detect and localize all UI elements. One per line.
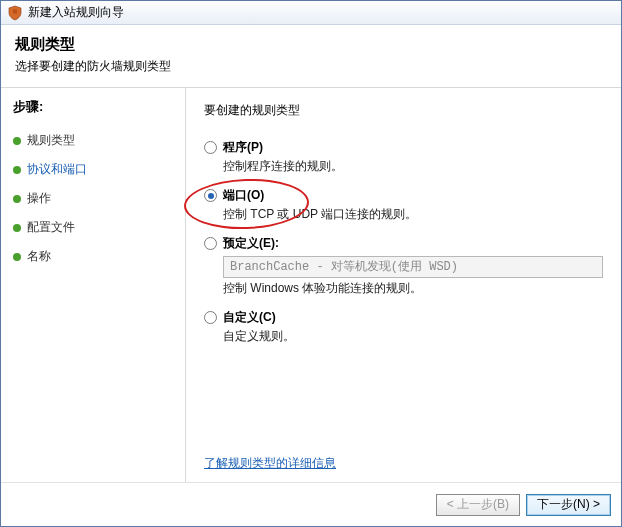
step-label: 名称 (27, 248, 51, 265)
learn-more-link[interactable]: 了解规则类型的详细信息 (204, 456, 336, 470)
option-predefined[interactable]: 预定义(E): BranchCache - 对等机发现(使用 WSD) 控制 W… (204, 235, 621, 297)
content-question: 要创建的规则类型 (204, 102, 621, 119)
bullet-icon (13, 224, 21, 232)
page-subtitle: 选择要创建的防火墙规则类型 (15, 58, 607, 75)
steps-sidebar: 步骤: 规则类型 协议和端口 操作 配置文件 名称 (1, 88, 186, 482)
next-button[interactable]: 下一步(N) > (526, 494, 611, 516)
bullet-icon (13, 166, 21, 174)
radio-icon[interactable] (204, 189, 217, 202)
bullet-icon (13, 195, 21, 203)
body: 步骤: 规则类型 协议和端口 操作 配置文件 名称 要 (1, 88, 621, 482)
titlebar: 新建入站规则向导 (1, 1, 621, 25)
option-desc: 控制程序连接的规则。 (223, 158, 621, 175)
header: 规则类型 选择要创建的防火墙规则类型 (1, 25, 621, 88)
step-label: 规则类型 (27, 132, 75, 149)
option-title: 程序(P) (223, 139, 263, 156)
option-title: 端口(O) (223, 187, 264, 204)
back-button[interactable]: < 上一步(B) (436, 494, 520, 516)
footer: < 上一步(B) 下一步(N) > (1, 482, 621, 526)
step-name[interactable]: 名称 (13, 242, 173, 271)
page-title: 规则类型 (15, 35, 607, 54)
predefined-select[interactable]: BranchCache - 对等机发现(使用 WSD) (223, 256, 603, 278)
window-title: 新建入站规则向导 (28, 4, 124, 21)
app-icon (7, 5, 23, 21)
steps-heading: 步骤: (13, 98, 173, 116)
option-title: 预定义(E): (223, 235, 279, 252)
option-desc: 控制 TCP 或 UDP 端口连接的规则。 (223, 206, 621, 223)
bullet-icon (13, 253, 21, 261)
step-protocol-port[interactable]: 协议和端口 (13, 155, 173, 184)
radio-icon[interactable] (204, 141, 217, 154)
learn-more-row: 了解规则类型的详细信息 (204, 455, 621, 472)
svg-rect-0 (13, 9, 17, 13)
step-profile[interactable]: 配置文件 (13, 213, 173, 242)
option-desc: 自定义规则。 (223, 328, 621, 345)
option-custom[interactable]: 自定义(C) 自定义规则。 (204, 309, 621, 345)
wizard-window: 新建入站规则向导 规则类型 选择要创建的防火墙规则类型 步骤: 规则类型 协议和… (0, 0, 622, 527)
step-action[interactable]: 操作 (13, 184, 173, 213)
step-label: 操作 (27, 190, 51, 207)
option-desc: 控制 Windows 体验功能连接的规则。 (223, 280, 621, 297)
radio-icon[interactable] (204, 311, 217, 324)
step-rule-type[interactable]: 规则类型 (13, 126, 173, 155)
step-label: 协议和端口 (27, 161, 87, 178)
option-title: 自定义(C) (223, 309, 276, 326)
option-port[interactable]: 端口(O) 控制 TCP 或 UDP 端口连接的规则。 (204, 187, 621, 223)
step-label: 配置文件 (27, 219, 75, 236)
radio-icon[interactable] (204, 237, 217, 250)
options-group: 程序(P) 控制程序连接的规则。 端口(O) 控制 TCP 或 UDP 端口连接… (204, 139, 621, 345)
content-panel: 要创建的规则类型 程序(P) 控制程序连接的规则。 端口(O) 控制 TCP (186, 88, 621, 482)
option-program[interactable]: 程序(P) 控制程序连接的规则。 (204, 139, 621, 175)
bullet-icon (13, 137, 21, 145)
